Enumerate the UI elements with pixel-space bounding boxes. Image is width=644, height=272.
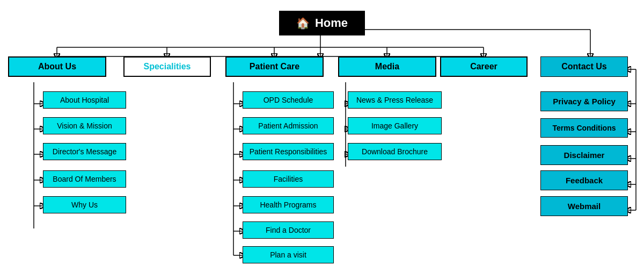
vision-mission[interactable]: Vision & Mission xyxy=(43,117,126,134)
terms-conditions[interactable]: Terms Conditions xyxy=(540,118,628,138)
download-brochure[interactable]: Download Brochure xyxy=(348,143,442,160)
opd-schedule[interactable]: OPD Schedule xyxy=(243,91,334,109)
cat-about-us[interactable]: About Us xyxy=(8,56,106,77)
patient-responsibilities[interactable]: Patient Responsibilities xyxy=(243,143,334,160)
find-a-doctor[interactable]: Find a Doctor xyxy=(243,221,334,239)
cat-media[interactable]: Media xyxy=(338,56,436,77)
home-label: Home xyxy=(315,16,348,30)
webmail[interactable]: Webmail xyxy=(540,196,628,216)
about-hospital[interactable]: About Hospital xyxy=(43,91,126,109)
disclaimer[interactable]: Disclaimer xyxy=(540,145,628,165)
cat-specialities[interactable]: Specialities xyxy=(123,56,211,77)
directors-message[interactable]: Director's Message xyxy=(43,143,126,160)
image-gallery[interactable]: Image Gallery xyxy=(348,117,442,134)
home-node[interactable]: 🏠 Home xyxy=(279,11,365,35)
news-press[interactable]: News & Press Release xyxy=(348,91,442,109)
patient-admission[interactable]: Patient Admission xyxy=(243,117,334,134)
feedback[interactable]: Feedback xyxy=(540,170,628,190)
facilities[interactable]: Facilities xyxy=(243,170,334,188)
cat-career[interactable]: Career xyxy=(440,56,528,77)
why-us[interactable]: Why Us xyxy=(43,196,126,213)
privacy-policy[interactable]: Privacy & Policy xyxy=(540,91,628,111)
board-of-members[interactable]: Board Of Members xyxy=(43,170,126,188)
home-icon: 🏠 xyxy=(296,17,310,30)
plan-a-visit[interactable]: Plan a visit xyxy=(243,246,334,263)
cat-patient-care[interactable]: Patient Care xyxy=(225,56,324,77)
contact-us[interactable]: Contact Us xyxy=(540,56,628,77)
health-programs[interactable]: Health Programs xyxy=(243,196,334,213)
